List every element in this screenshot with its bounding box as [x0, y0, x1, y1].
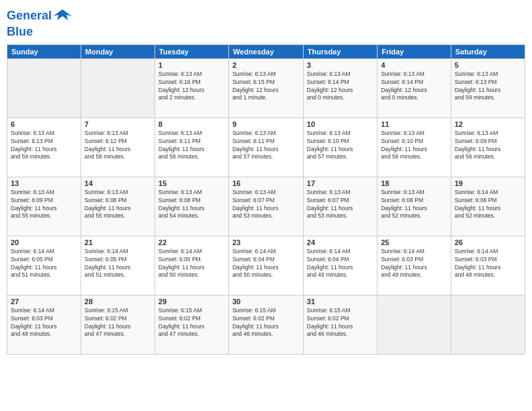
day-number: 23 [232, 238, 300, 246]
day-cell: 12Sunrise: 6:13 AM Sunset: 6:09 PM Dayli… [451, 118, 525, 177]
weekday-header-sunday: Sunday [7, 44, 81, 58]
day-info: Sunrise: 6:14 AM Sunset: 6:05 PM Dayligh… [159, 248, 225, 280]
day-cell [7, 58, 81, 118]
day-info: Sunrise: 6:13 AM Sunset: 6:14 PM Dayligh… [381, 71, 447, 103]
day-info: Sunrise: 6:14 AM Sunset: 6:06 PM Dayligh… [455, 189, 521, 221]
day-info: Sunrise: 6:13 AM Sunset: 6:08 PM Dayligh… [159, 189, 225, 221]
day-cell [378, 295, 451, 354]
day-cell: 21Sunrise: 6:14 AM Sunset: 6:05 PM Dayli… [81, 236, 154, 295]
day-cell: 7Sunrise: 6:13 AM Sunset: 6:12 PM Daylig… [81, 118, 154, 177]
day-cell: 14Sunrise: 6:13 AM Sunset: 6:08 PM Dayli… [81, 177, 154, 236]
week-row-3: 20Sunrise: 6:14 AM Sunset: 6:05 PM Dayli… [7, 236, 525, 295]
day-number: 16 [232, 179, 300, 187]
weekday-header-row: SundayMondayTuesdayWednesdayThursdayFrid… [7, 44, 525, 58]
day-cell: 29Sunrise: 6:15 AM Sunset: 6:02 PM Dayli… [154, 295, 228, 354]
day-number: 17 [307, 179, 373, 187]
day-cell: 28Sunrise: 6:15 AM Sunset: 6:02 PM Dayli… [81, 295, 154, 354]
day-cell: 30Sunrise: 6:15 AM Sunset: 6:02 PM Dayli… [228, 295, 303, 354]
day-cell [451, 295, 525, 354]
day-info: Sunrise: 6:15 AM Sunset: 6:02 PM Dayligh… [232, 307, 300, 339]
logo-bird-icon [53, 7, 72, 26]
day-info: Sunrise: 6:13 AM Sunset: 6:06 PM Dayligh… [381, 189, 447, 221]
day-info: Sunrise: 6:14 AM Sunset: 6:03 PM Dayligh… [11, 307, 77, 339]
day-cell: 22Sunrise: 6:14 AM Sunset: 6:05 PM Dayli… [154, 236, 228, 295]
day-cell: 23Sunrise: 6:14 AM Sunset: 6:04 PM Dayli… [228, 236, 303, 295]
day-number: 26 [455, 238, 521, 246]
day-info: Sunrise: 6:14 AM Sunset: 6:03 PM Dayligh… [455, 248, 521, 280]
day-number: 24 [307, 238, 373, 246]
day-number: 22 [159, 238, 225, 246]
day-number: 31 [307, 298, 373, 306]
day-number: 27 [11, 298, 77, 306]
day-cell: 27Sunrise: 6:14 AM Sunset: 6:03 PM Dayli… [7, 295, 81, 354]
calendar: SundayMondayTuesdayWednesdayThursdayFrid… [7, 44, 525, 355]
day-info: Sunrise: 6:13 AM Sunset: 6:12 PM Dayligh… [85, 130, 151, 162]
day-number: 28 [85, 298, 151, 306]
day-number: 7 [85, 120, 151, 128]
weekday-header-thursday: Thursday [303, 44, 377, 58]
day-number: 12 [455, 120, 521, 128]
day-number: 20 [11, 238, 77, 246]
weekday-header-wednesday: Wednesday [228, 44, 303, 58]
day-number: 4 [381, 61, 447, 69]
day-cell: 2Sunrise: 6:13 AM Sunset: 6:15 PM Daylig… [228, 58, 303, 118]
day-cell: 16Sunrise: 6:13 AM Sunset: 6:07 PM Dayli… [228, 177, 303, 236]
day-cell: 6Sunrise: 6:13 AM Sunset: 6:13 PM Daylig… [7, 118, 81, 177]
svg-marker-0 [53, 9, 72, 20]
week-row-1: 6Sunrise: 6:13 AM Sunset: 6:13 PM Daylig… [7, 118, 525, 177]
day-info: Sunrise: 6:13 AM Sunset: 6:11 PM Dayligh… [232, 130, 300, 162]
day-info: Sunrise: 6:14 AM Sunset: 6:03 PM Dayligh… [381, 248, 447, 280]
day-cell: 26Sunrise: 6:14 AM Sunset: 6:03 PM Dayli… [451, 236, 525, 295]
weekday-header-tuesday: Tuesday [154, 44, 228, 58]
weekday-header-friday: Friday [378, 44, 451, 58]
day-info: Sunrise: 6:13 AM Sunset: 6:10 PM Dayligh… [381, 130, 447, 162]
day-info: Sunrise: 6:14 AM Sunset: 6:04 PM Dayligh… [307, 248, 373, 280]
day-number: 2 [232, 61, 300, 69]
day-cell: 13Sunrise: 6:13 AM Sunset: 6:09 PM Dayli… [7, 177, 81, 236]
day-info: Sunrise: 6:14 AM Sunset: 6:05 PM Dayligh… [85, 248, 151, 280]
day-info: Sunrise: 6:13 AM Sunset: 6:13 PM Dayligh… [455, 71, 521, 103]
day-number: 30 [232, 298, 300, 306]
day-number: 18 [381, 179, 447, 187]
logo-general: General [7, 9, 52, 23]
day-info: Sunrise: 6:13 AM Sunset: 6:11 PM Dayligh… [159, 130, 225, 162]
day-info: Sunrise: 6:13 AM Sunset: 6:09 PM Dayligh… [11, 189, 77, 221]
day-info: Sunrise: 6:14 AM Sunset: 6:05 PM Dayligh… [11, 248, 77, 280]
day-info: Sunrise: 6:13 AM Sunset: 6:14 PM Dayligh… [307, 71, 373, 103]
day-number: 9 [232, 120, 300, 128]
day-number: 25 [381, 238, 447, 246]
day-cell: 4Sunrise: 6:13 AM Sunset: 6:14 PM Daylig… [378, 58, 451, 118]
day-number: 1 [159, 61, 225, 69]
day-cell: 11Sunrise: 6:13 AM Sunset: 6:10 PM Dayli… [378, 118, 451, 177]
day-number: 11 [381, 120, 447, 128]
day-number: 8 [159, 120, 225, 128]
day-info: Sunrise: 6:13 AM Sunset: 6:16 PM Dayligh… [159, 71, 225, 103]
day-cell: 10Sunrise: 6:13 AM Sunset: 6:10 PM Dayli… [303, 118, 377, 177]
day-info: Sunrise: 6:14 AM Sunset: 6:04 PM Dayligh… [232, 248, 300, 280]
day-info: Sunrise: 6:15 AM Sunset: 6:02 PM Dayligh… [85, 307, 151, 339]
day-number: 15 [159, 179, 225, 187]
day-cell: 8Sunrise: 6:13 AM Sunset: 6:11 PM Daylig… [154, 118, 228, 177]
day-cell: 20Sunrise: 6:14 AM Sunset: 6:05 PM Dayli… [7, 236, 81, 295]
day-info: Sunrise: 6:13 AM Sunset: 6:09 PM Dayligh… [455, 130, 521, 162]
day-cell: 24Sunrise: 6:14 AM Sunset: 6:04 PM Dayli… [303, 236, 377, 295]
logo-blue: Blue [7, 25, 33, 38]
day-cell: 19Sunrise: 6:14 AM Sunset: 6:06 PM Dayli… [451, 177, 525, 236]
day-number: 29 [159, 298, 225, 306]
day-cell: 5Sunrise: 6:13 AM Sunset: 6:13 PM Daylig… [451, 58, 525, 118]
day-cell: 1Sunrise: 6:13 AM Sunset: 6:16 PM Daylig… [154, 58, 228, 118]
page: General Blue SundayMondayTuesdayWed [0, 0, 532, 411]
day-number: 21 [85, 238, 151, 246]
logo: General Blue [7, 7, 72, 39]
day-info: Sunrise: 6:13 AM Sunset: 6:07 PM Dayligh… [307, 189, 373, 221]
week-row-2: 13Sunrise: 6:13 AM Sunset: 6:09 PM Dayli… [7, 177, 525, 236]
day-cell: 31Sunrise: 6:15 AM Sunset: 6:02 PM Dayli… [303, 295, 377, 354]
week-row-4: 27Sunrise: 6:14 AM Sunset: 6:03 PM Dayli… [7, 295, 525, 354]
day-number: 14 [85, 179, 151, 187]
day-cell: 25Sunrise: 6:14 AM Sunset: 6:03 PM Dayli… [378, 236, 451, 295]
weekday-header-monday: Monday [81, 44, 154, 58]
day-number: 10 [307, 120, 373, 128]
day-info: Sunrise: 6:15 AM Sunset: 6:02 PM Dayligh… [159, 307, 225, 339]
day-cell [81, 58, 154, 118]
day-info: Sunrise: 6:13 AM Sunset: 6:13 PM Dayligh… [11, 130, 77, 162]
